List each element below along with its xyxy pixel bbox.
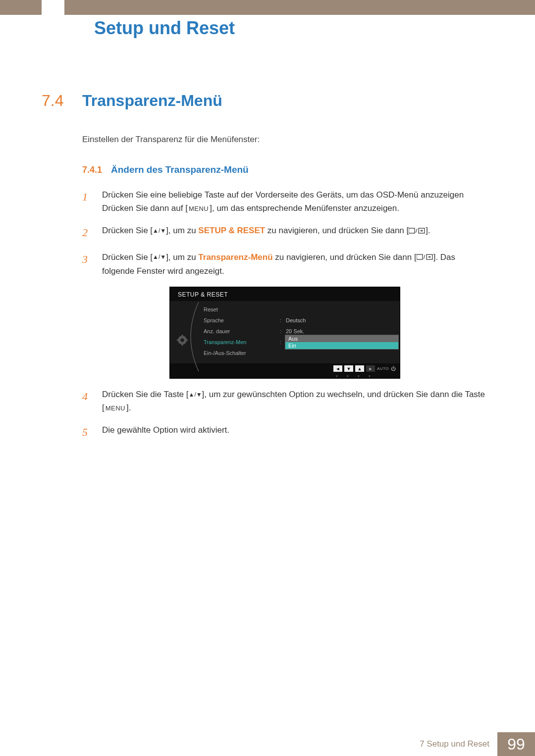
step-text: Drücken Sie [▲/▼], um zu SETUP & RESET z…: [102, 224, 487, 241]
osd-footer-sub: ▾▾▾▾: [170, 374, 400, 378]
text-fragment: ], um zu: [166, 226, 198, 235]
page-content: 7.4 Transparenz-Menü Einstellen der Tran…: [42, 92, 487, 450]
osd-header: SETUP & RESET: [170, 287, 400, 301]
step-1: 1 Drücken Sie eine beliebige Taste auf d…: [82, 188, 487, 215]
up-down-arrow-icon: ▲/▼: [153, 226, 166, 236]
section-heading: 7.4 Transparenz-Menü: [42, 92, 487, 110]
menu-button-label: MENU: [105, 403, 126, 414]
subsection-title: Ändern des Transparenz-Menü: [111, 164, 249, 175]
text-fragment: ].: [426, 226, 430, 235]
power-icon: ⏻: [391, 366, 396, 371]
page-footer: 7 Setup und Reset 99: [420, 732, 535, 756]
text-fragment: Drücken Sie die Taste [: [102, 390, 189, 399]
step-3: 3 Drücken Sie [▲/▼], um zu Transparenz-M…: [82, 251, 487, 278]
svg-text:/: /: [424, 254, 426, 260]
text-fragment: ], um das entsprechende Menüfenster anzu…: [210, 203, 399, 213]
step-number: 4: [82, 388, 102, 414]
osd-row-anz-dauer: Anz. dauer: [201, 328, 230, 334]
text-fragment: ], um zu: [166, 252, 198, 262]
footer-page-number: 99: [497, 732, 535, 756]
text-fragment: zu navigieren, und drücken Sie dann [: [273, 252, 417, 262]
svg-rect-3: [417, 254, 423, 259]
step-text: Drücken Sie [▲/▼], um zu Transparenz-Men…: [102, 251, 487, 278]
step-number: 1: [82, 188, 102, 215]
osd-labels-column: Reset Sprache Anz. dauer Transparenz-Men…: [201, 304, 280, 358]
section-number: 7.4: [42, 92, 82, 110]
osd-val-anz: 20 Sek.: [286, 328, 304, 334]
svg-rect-10: [177, 339, 179, 341]
osd-dropdown: Aus Ein: [285, 335, 399, 350]
osd-nav-up-icon: ▲: [355, 365, 364, 372]
osd-option-ein: Ein: [285, 342, 398, 349]
svg-rect-11: [186, 339, 188, 341]
step-text: Drücken Sie die Taste [▲/▼], um zur gewü…: [102, 388, 487, 414]
svg-rect-8: [182, 335, 183, 337]
up-down-arrow-icon: ▲/▼: [153, 252, 166, 262]
osd-nav-left-icon: ◄: [333, 365, 342, 372]
osd-option-aus: Aus: [285, 335, 398, 342]
section-intro: Einstellen der Transparenz für die Menüf…: [82, 135, 487, 145]
nav-target-bold: SETUP & RESET: [198, 226, 265, 235]
svg-rect-0: [409, 228, 415, 233]
osd-body: Reset Sprache Anz. dauer Transparenz-Men…: [170, 301, 400, 363]
section-title: Transparenz-Menü: [82, 92, 222, 110]
step-number: 2: [82, 224, 102, 241]
osd-auto-label: AUTO: [377, 366, 389, 371]
osd-screenshot: SETUP & RESET Reset Sprache Anz. dauer: [169, 287, 400, 379]
osd-nav-right-icon: ►: [366, 365, 375, 372]
text-fragment: zu navigieren, und drücken Sie dann [: [265, 226, 409, 235]
step-text: Drücken Sie eine beliebige Taste auf der…: [102, 188, 487, 215]
text-fragment: ].: [126, 403, 131, 412]
top-tab: [42, 0, 64, 20]
nav-target-bold: Transparenz-Menü: [198, 252, 272, 262]
svg-text:/: /: [416, 228, 418, 234]
text-fragment: Drücken Sie [: [102, 226, 153, 235]
menu-button-label: MENU: [188, 204, 210, 214]
steps-list: 1 Drücken Sie eine beliebige Taste auf d…: [82, 188, 487, 441]
osd-values-column: :Deutsch :20 Sek. : Aus Ein: [280, 304, 400, 358]
step-4: 4 Drücken Sie die Taste [▲/▼], um zur ge…: [82, 388, 487, 414]
step-number: 3: [82, 251, 102, 278]
top-bar: [0, 0, 535, 15]
subsection-heading: 7.4.1 Ändern des Transparenz-Menü: [82, 164, 487, 175]
enter-icon: /: [409, 224, 426, 238]
gear-icon: [177, 335, 188, 346]
footer-chapter-label: 7 Setup und Reset: [420, 739, 497, 749]
svg-point-7: [181, 338, 184, 342]
osd-row-ein-aus: Ein-/Aus-Schalter: [201, 350, 246, 356]
up-down-arrow-icon: ▲/▼: [189, 390, 202, 400]
step-2: 2 Drücken Sie [▲/▼], um zu SETUP & RESET…: [82, 224, 487, 241]
step-number: 5: [82, 423, 102, 441]
osd-nav-down-icon: ▼: [344, 365, 353, 372]
osd-row-transparenz: Transparenz-Men: [201, 339, 246, 345]
svg-rect-9: [182, 344, 183, 346]
chapter-title: Setup und Reset: [94, 18, 235, 39]
subsection-number: 7.4.1: [82, 165, 111, 175]
text-fragment: Drücken Sie [: [102, 252, 153, 262]
enter-icon: /: [417, 251, 433, 264]
step-5: 5 Die gewählte Option wird aktiviert.: [82, 423, 487, 441]
osd-val-sprache: Deutsch: [286, 317, 306, 323]
step-text: Die gewählte Option wird aktiviert.: [102, 423, 487, 441]
